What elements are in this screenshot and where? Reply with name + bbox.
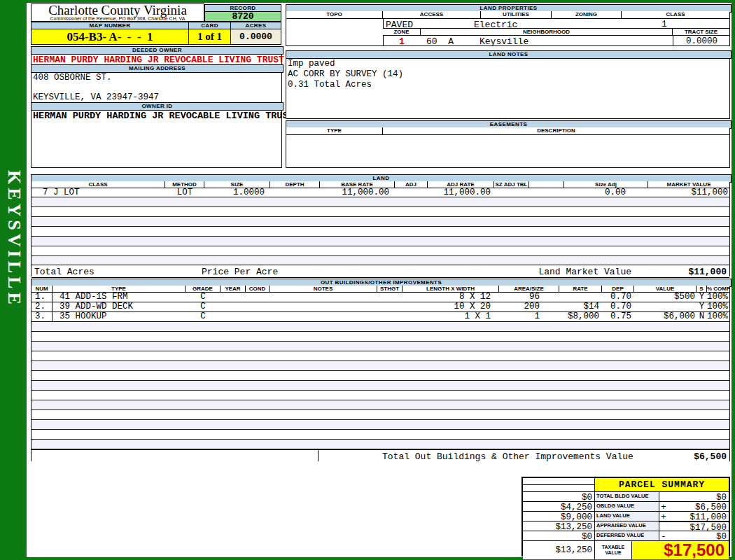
lp-zone-label: ZONE [383,29,421,36]
ob-cell-type: 41 ADD-1S FRM [52,293,186,302]
ob-cell-area-size: 1 [499,312,559,321]
ob-cell-num: 1. [31,293,52,302]
land-note-line1: Imp paved [288,59,335,69]
lp-header-utilities: UTILITIES [481,11,552,19]
ob-cell-value: $500 [634,293,696,302]
summary-label: LAND VALUE [595,512,659,522]
summary-sign: + [661,503,666,512]
lp-header-class: CLASS [622,11,729,19]
owner-id-label: OWNER ID [31,102,284,111]
ob-cell-sthgt [377,302,402,312]
ob-cell-s: Y [696,293,707,302]
land-cell-size-adj: 0.00 [564,188,648,197]
summary-left-value: $0 [523,492,595,502]
ob-cell-notes [270,312,377,321]
land-cell-sz-adj-tbl [494,188,529,197]
ob-header-year: YEAR [220,286,246,293]
land-data-row: 7 J LOT LOT 1.0000 11,000.00 11,000.00 0… [31,188,729,197]
ob-cell-cond [246,293,270,302]
easements-type-label: TYPE [286,127,383,135]
land-table: LAND CLASS METHOD SIZE DEPTH BASE RATE A… [31,174,730,276]
summary-sign: - [661,532,666,541]
card-value: 1 of 1 [188,29,231,45]
lp-topo-value [286,19,384,46]
taxable-value: $17,500 [632,541,729,559]
summary-label: APPRAISED VALUE [595,522,659,531]
ob-cell-year [220,312,246,321]
land-cell-blank [529,188,564,197]
land-market-value: $11,000 [688,267,727,277]
ob-cell-dep: 0.75 [602,312,634,321]
ob-cell-sthgt [377,312,402,321]
district-sidebar-label: KEYSVILLE [4,170,24,373]
summary-row-obldg: $4,250 OBLDG VALUE + $6,500 [523,502,729,512]
lp-tract-size-label: TRACT SIZE [673,29,729,36]
land-cell-market-value: $11,000 [648,188,729,197]
ob-header-rate: RATE [559,286,602,293]
ob-cell-length-width: 10 X 20 [402,302,499,312]
ob-cell-type: 35 HOOKUP [52,312,186,321]
county-title: Charlotte County Virginia [31,4,204,16]
ob-cell-area-size: 96 [499,293,559,302]
land-note-line2: AC CORR BY SURVEY (14) [288,69,403,80]
ob-cell-s: Y [696,302,707,312]
ob-header-notes: NOTES [270,286,377,293]
ob-cell-num: 3. [31,312,52,321]
easements-box: EASEMENTS TYPE DESCRIPTION [286,120,730,168]
summary-sign: + [661,512,666,522]
summary-right-value: + $6,500 [659,502,729,512]
county-subtitle: Commissioner of the Revenue, PO Box 308,… [31,16,204,22]
lp-header-topo: TOPO [286,11,383,19]
summary-amount: $0 [716,532,727,541]
ob-header-sthgt: STHGT [377,286,402,293]
summary-amount: $11,000 [690,512,727,522]
lp-header-zoning: ZONING [552,11,622,19]
ob-cell-cond [246,312,270,321]
land-empty-rows [31,197,729,265]
ob-totals-divider [318,450,318,461]
lp-neighborhood-value: Keysville [479,36,528,47]
owner-id-value: HERMAN PURDY HARDING JR REVOCABLE LIVING… [33,111,294,121]
lp-zone-value: 1 [383,36,421,47]
summary-label: TOTAL BLDG VALUE [595,492,659,502]
map-number-value: 054-B3- A- - - 1 [31,29,189,45]
land-header-sz-adj-tbl: SZ ADJ TBL [494,181,529,188]
deeded-owner-value: HERMAN PURDY HARDING JR REVOCABLE LIVING… [33,55,284,65]
summary-row-land: $9,000 LAND VALUE + $11,000 [523,512,729,522]
ob-cell-rate: $14 [559,302,602,312]
lp-neighborhood-label: NEIGHBORHOOD [421,29,673,36]
ob-cell-grade: C [186,312,220,321]
summary-corner-cell [523,478,595,492]
ob-data-row-2: 2. 39 ADD-WD DECK C 10 X 20 200 $14 0.70… [31,302,729,312]
ob-cell-grade: C [186,293,220,302]
ob-data-row-1: 1. 41 ADD-1S FRM C 8 X 12 96 0.70 $500 Y… [31,293,729,302]
ob-cell-dep: 0.70 [602,302,634,312]
ob-cell-length-width: 8 X 12 [402,293,499,302]
summary-row-deferred: $0 DEFERRED VALUE - $0 [523,531,729,541]
summary-left-value: $4,250 [523,502,595,512]
ob-cell-dep: 0.70 [602,293,634,302]
lp-tract-size-cell: 0.0000 [673,36,730,46]
summary-label: OBLDG VALUE [595,502,659,512]
summary-right-value: + $11,000 [659,512,729,522]
owner-block: DEEDED OWNER HERMAN PURDY HARDING JR REV… [31,46,282,168]
ob-empty-rows [31,322,729,449]
parcel-summary-table: PARCEL SUMMARY $0 TOTAL BLDG VALUE $0 $4… [522,477,730,556]
ob-cell-s: N [696,312,707,321]
lp-tract-size-value: 0.0000 [673,36,730,46]
ob-cell-num: 2. [31,302,52,312]
deeded-owner-label: DEEDED OWNER [31,46,284,55]
ob-cell-rate [559,293,602,302]
summary-right-value: - $0 [659,531,729,541]
summary-left-value: $13,250 [523,522,595,531]
parcel-summary-title: PARCEL SUMMARY [595,478,729,492]
ob-cell-length-width: 1 X 1 [402,312,499,321]
easements-description-label: DESCRIPTION [383,127,729,135]
summary-right-value: $0 [659,492,729,502]
ob-cell-pct-comp: 100% [707,312,729,321]
ob-cell-year [220,302,246,312]
land-totals-row: Total Acres Price Per Acre Land Market V… [31,265,729,278]
out-buildings-table: OUT BUILDINGS/OTHER IMPROVEMENTS NUM TYP… [31,279,730,461]
summary-amount: $17,500 [690,523,727,531]
ob-cell-rate: $8,000 [559,312,602,321]
